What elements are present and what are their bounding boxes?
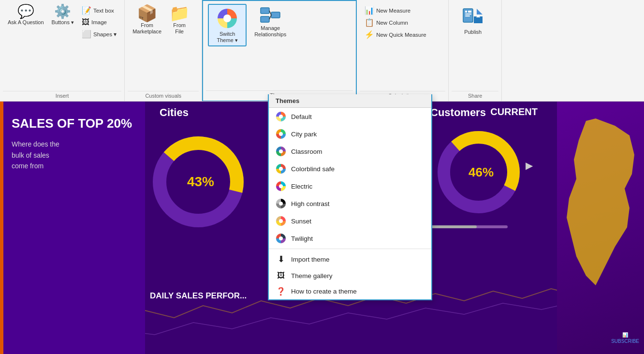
theme-gallery-icon: 🖼	[276, 271, 286, 280]
theme-high-contrast-item[interactable]: High contrast	[269, 195, 431, 212]
ask-question-icon: 💬	[17, 5, 34, 18]
new-quick-measure-label: New Quick Measure	[376, 32, 426, 38]
theme-gallery-item[interactable]: 🖼 Theme gallery	[269, 268, 431, 283]
svg-rect-11	[465, 15, 470, 16]
theme-classroom-icon	[276, 146, 286, 157]
switch-theme-button[interactable]: SwitchTheme ▾	[208, 4, 247, 46]
ask-question-label: Ask A Question	[8, 19, 44, 26]
theme-gallery-label: Theme gallery	[291, 272, 333, 280]
shapes-button[interactable]: ⬜ Shapes ▾	[79, 29, 119, 40]
image-button[interactable]: 🖼 Image	[79, 17, 119, 28]
customers-donut-container: 46%	[430, 124, 532, 221]
section-insert: 💬 Ask A Question ⚙️ Buttons ▾ 📝 Text box…	[0, 0, 125, 101]
sales-description: Where does thebulk of salescome from	[12, 139, 133, 171]
new-measure-label: New Measure	[376, 8, 410, 14]
how-to-create-theme-item[interactable]: ❓ How to create a theme	[269, 283, 431, 299]
theme-default-icon	[276, 111, 286, 122]
toolbar: 💬 Ask A Question ⚙️ Buttons ▾ 📝 Text box…	[0, 0, 644, 102]
manage-relationships-icon	[259, 6, 282, 24]
theme-classroom-label: Classroom	[291, 148, 322, 155]
map-shape	[557, 111, 644, 305]
theme-sunset-item[interactable]: Sunset	[269, 212, 431, 230]
text-box-icon: 📝	[82, 6, 91, 15]
cities-section: Cities 43%	[145, 106, 256, 235]
buttons-button[interactable]: ⚙️ Buttons ▾	[49, 3, 77, 28]
import-theme-label: Import theme	[291, 256, 330, 263]
publish-label: Publish	[464, 29, 482, 35]
svg-point-25	[279, 219, 283, 223]
text-box-button[interactable]: 📝 Text box	[79, 5, 119, 16]
current-label: CURRENT	[490, 106, 538, 118]
from-file-icon: 📁	[169, 5, 190, 21]
how-to-create-icon: ❓	[276, 287, 286, 296]
customers-progress-fill	[430, 225, 477, 228]
svg-point-15	[279, 132, 283, 136]
section-themes: SwitchTheme ▾ ManageRelationships Themes	[202, 0, 357, 101]
theme-default-item[interactable]: Default	[269, 108, 431, 125]
dropdown-header: Themes	[269, 94, 431, 108]
manage-relationships-button[interactable]: ManageRelationships	[249, 4, 292, 40]
publish-button[interactable]: Publish	[454, 3, 492, 37]
sales-title: SALES OF TOP 20%	[12, 116, 133, 131]
image-icon: 🖼	[82, 18, 89, 27]
svg-rect-8	[465, 11, 467, 13]
from-file-button[interactable]: 📁 FromFile	[166, 3, 192, 37]
new-column-button[interactable]: 📋 New Column	[362, 17, 429, 28]
theme-electric-icon	[276, 181, 286, 192]
theme-colorblind-safe-label: Colorblind safe	[291, 165, 335, 173]
new-quick-measure-icon: ⚡	[365, 30, 374, 39]
theme-electric-item[interactable]: Electric	[269, 177, 431, 195]
subscribe-badge: 📊SUBSCRIBE	[611, 332, 639, 344]
new-quick-measure-button[interactable]: ⚡ New Quick Measure	[362, 29, 429, 40]
theme-city-park-item[interactable]: City park	[269, 125, 431, 143]
shapes-icon: ⬜	[82, 30, 91, 39]
svg-rect-10	[465, 14, 471, 15]
import-theme-item[interactable]: ⬇ Import theme	[269, 251, 431, 268]
theme-twilight-item[interactable]: Twilight	[269, 230, 431, 247]
publish-icon	[461, 5, 484, 28]
customers-section: Customers 46%	[430, 106, 532, 228]
buttons-icon: ⚙️	[54, 5, 71, 18]
theme-sunset-icon	[276, 216, 286, 226]
cities-donut-container: 43%	[145, 129, 256, 235]
section-calculations: 📊 New Measure 📋 New Column ⚡ New Quick M…	[357, 0, 449, 101]
svg-rect-2	[261, 8, 269, 14]
theme-colorblind-safe-icon	[276, 163, 286, 174]
text-box-label: Text box	[93, 8, 114, 14]
share-section-label: Share	[452, 91, 498, 101]
mouse-cursor: ▶	[526, 160, 533, 171]
customers-progress-bar	[430, 225, 508, 228]
section-custom-visuals: 📦 FromMarketplace 📁 FromFile Custom visu…	[125, 0, 202, 101]
theme-colorblind-safe-item[interactable]: Colorblind safe	[269, 160, 431, 177]
new-measure-icon: 📊	[365, 6, 374, 15]
theme-electric-label: Electric	[291, 183, 312, 190]
theme-classroom-item[interactable]: Classroom	[269, 143, 431, 160]
svg-point-23	[279, 202, 283, 206]
map-area: 📊SUBSCRIBE	[557, 102, 644, 354]
theme-twilight-icon	[276, 233, 286, 244]
buttons-label: Buttons ▾	[52, 19, 74, 26]
from-marketplace-button[interactable]: 📦 FromMarketplace	[130, 3, 164, 37]
left-panel: SALES OF TOP 20% Where does thebulk of s…	[0, 102, 145, 354]
theme-twilight-label: Twilight	[291, 235, 313, 242]
new-column-icon: 📋	[365, 18, 374, 27]
svg-point-19	[279, 167, 283, 171]
svg-point-1	[223, 15, 231, 22]
themes-dropdown: Themes Default City park	[268, 94, 432, 300]
manage-relationships-label: ManageRelationships	[254, 25, 286, 38]
new-measure-button[interactable]: 📊 New Measure	[362, 5, 429, 16]
daily-sales-label: DAILY SALES PERFOR...	[150, 291, 247, 301]
ask-question-button[interactable]: 💬 Ask A Question	[5, 3, 47, 28]
theme-default-label: Default	[291, 113, 312, 120]
image-label: Image	[91, 19, 107, 25]
svg-rect-3	[261, 16, 269, 22]
custom-visuals-label: Custom visuals	[128, 91, 199, 101]
from-marketplace-label: FromMarketplace	[132, 22, 161, 35]
svg-point-13	[279, 115, 283, 118]
theme-city-park-label: City park	[291, 131, 317, 138]
svg-point-21	[279, 184, 283, 188]
theme-city-park-icon	[276, 129, 286, 139]
shapes-label: Shapes ▾	[93, 31, 117, 38]
theme-high-contrast-icon	[276, 198, 286, 209]
insert-section-label: Insert	[3, 91, 121, 101]
